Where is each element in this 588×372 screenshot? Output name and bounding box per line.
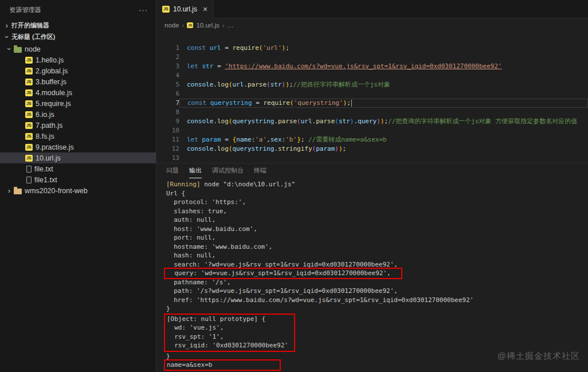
output-line: [Object: null prototype] { bbox=[167, 315, 288, 324]
code-token: = bbox=[256, 99, 263, 107]
tree-item-label: 8.fs.js bbox=[36, 132, 54, 140]
code-token: log bbox=[217, 145, 229, 152]
panel-tab-输出[interactable]: 输出 bbox=[189, 163, 202, 178]
line-content[interactable] bbox=[179, 154, 588, 163]
tree-item-label: wms2020-front-web bbox=[25, 187, 88, 195]
line-content[interactable] bbox=[179, 53, 588, 62]
line-content[interactable] bbox=[179, 108, 588, 117]
line-number: 5 bbox=[156, 80, 179, 89]
annotation-box: query: 'wd=vue.js&rsv_spt=1&rsv_iqid=0xd… bbox=[164, 268, 402, 279]
tree-item-9.practise.js[interactable]: JS9.practise.js bbox=[0, 142, 156, 152]
code-line: 6 bbox=[156, 89, 588, 99]
tree-item-7.path.js[interactable]: JS7.path.js bbox=[0, 120, 156, 131]
close-icon[interactable]: × bbox=[203, 5, 207, 14]
code-token: 'b' bbox=[285, 136, 297, 143]
code-token: ) bbox=[335, 145, 339, 152]
tree-item-2.global.js[interactable]: JS2.global.js bbox=[0, 65, 156, 76]
breadcrumb-item[interactable]: … bbox=[228, 22, 234, 29]
tree-item-wms2020-front-web[interactable]: ›wms2020-front-web bbox=[0, 185, 156, 196]
line-content[interactable]: const url = require('url'); bbox=[179, 44, 588, 53]
code-editor[interactable]: 1const url = require('url');23let str = … bbox=[156, 32, 588, 163]
more-actions-icon[interactable]: ··· bbox=[139, 6, 148, 14]
code-token: 'querystring' bbox=[293, 99, 343, 107]
tree-item-3.buffer.js[interactable]: JS3.buffer.js bbox=[0, 76, 156, 87]
code-token: stringify bbox=[278, 145, 312, 152]
output-line: hash: null, bbox=[166, 251, 588, 260]
code-token: log bbox=[217, 81, 229, 88]
line-content[interactable] bbox=[179, 89, 588, 99]
tree-item-label: file1.txt bbox=[34, 176, 57, 184]
tree-item-10.url.js[interactable]: JS10.url.js bbox=[0, 152, 156, 163]
tree-item-5.require.js[interactable]: JS5.require.js bbox=[0, 98, 156, 109]
code-token: log bbox=[217, 118, 229, 125]
tree-item-label: 9.practise.js bbox=[36, 143, 74, 151]
tree-item-label: 2.global.js bbox=[36, 67, 68, 75]
js-file-icon: JS bbox=[25, 111, 33, 118]
output-line: rsv_spt: '1', bbox=[167, 332, 288, 342]
code-line: 3let str = 'https://www.baidu.com/s?wd=v… bbox=[156, 62, 588, 71]
vscode-window: 资源管理器 ··· › 打开的编辑器 › 无标题 (工作区) ›nodeJS1.… bbox=[0, 0, 588, 372]
code-token: //把路径字符串解析成一个js对象 bbox=[293, 81, 390, 88]
output-line: port: null, bbox=[166, 233, 588, 242]
code-line: 11let param = {name:'a',sex:'b'}; //需要转成… bbox=[156, 135, 588, 144]
bottom-panel: 问题输出调试控制台终端 [Running] node "d:\node\10.u… bbox=[156, 163, 588, 372]
output-line: slashes: true, bbox=[166, 207, 588, 216]
panel-tab-问题[interactable]: 问题 bbox=[166, 163, 179, 178]
output-line: hostname: 'www.baidu.com', bbox=[166, 242, 588, 252]
code-line: 2 bbox=[156, 53, 588, 62]
explorer-sidebar: 资源管理器 ··· › 打开的编辑器 › 无标题 (工作区) ›nodeJS1.… bbox=[0, 0, 156, 372]
tree-item-label: 4.module.js bbox=[36, 89, 72, 97]
workspace-section[interactable]: › 无标题 (工作区) bbox=[0, 31, 156, 42]
line-content[interactable]: console.log(querystring.parse(url.parse(… bbox=[179, 117, 588, 126]
tree-item-file1.txt[interactable]: file1.txt bbox=[0, 174, 156, 185]
panel-tab-调试控制台[interactable]: 调试控制台 bbox=[212, 163, 244, 178]
code-token: parse bbox=[278, 118, 297, 125]
tree-item-label: 5.require.js bbox=[36, 100, 71, 108]
line-number: 7 bbox=[156, 99, 179, 108]
line-content[interactable]: let param = {name:'a',sex:'b'}; //需要转成na… bbox=[179, 135, 588, 144]
code-token: . bbox=[244, 81, 248, 88]
code-token: ; bbox=[347, 99, 351, 107]
tree-item-4.module.js[interactable]: JS4.module.js bbox=[0, 87, 156, 98]
tree-item-file.txt[interactable]: file.txt bbox=[0, 163, 156, 174]
breadcrumb-item[interactable]: 10.url.js bbox=[196, 22, 219, 29]
breadcrumb-item[interactable]: node bbox=[164, 22, 179, 29]
output-console[interactable]: [Running] node "d:\node\10.url.js"Url { … bbox=[156, 178, 588, 372]
code-token: str bbox=[339, 118, 350, 125]
js-file-icon: JS bbox=[25, 155, 33, 162]
js-file-icon: JS bbox=[25, 100, 33, 107]
line-content[interactable]: console.log(url.parse(str));//把路径字符串解析成一… bbox=[179, 80, 588, 89]
code-token: } bbox=[297, 136, 301, 143]
line-content[interactable] bbox=[179, 126, 588, 135]
folder-icon bbox=[14, 189, 22, 194]
line-content[interactable]: const querystring = require('querystring… bbox=[179, 99, 588, 108]
open-editors-section[interactable]: › 打开的编辑器 bbox=[0, 19, 156, 31]
tree-item-6.io.js[interactable]: JS6.io.js bbox=[0, 109, 156, 120]
tree-item-8.fs.js[interactable]: JS8.fs.js bbox=[0, 131, 156, 142]
code-token: querystring bbox=[232, 118, 274, 125]
code-token: 'url' bbox=[262, 44, 281, 52]
line-content[interactable]: let str = 'https://www.baidu.com/s?wd=vu… bbox=[179, 62, 588, 71]
line-content[interactable] bbox=[179, 71, 588, 80]
line-content[interactable]: console.log(querystring.stringify(param)… bbox=[179, 144, 588, 154]
code-token: querystring bbox=[210, 99, 256, 107]
tab-10-url-js[interactable]: JS 10.url.js × bbox=[156, 0, 214, 18]
code-token: const bbox=[187, 44, 210, 52]
tree-item-1.hello.js[interactable]: JS1.hello.js bbox=[0, 54, 156, 65]
code-token: ) bbox=[285, 81, 289, 88]
code-token: ( bbox=[266, 81, 271, 88]
code-token: ; bbox=[301, 136, 308, 143]
js-file-icon: JS bbox=[25, 122, 33, 129]
chevron-down-icon: › bbox=[3, 32, 11, 41]
file-tree: ›nodeJS1.hello.jsJS2.global.jsJS3.buffer… bbox=[0, 44, 156, 196]
tree-item-label: 6.io.js bbox=[36, 111, 54, 119]
code-token: parse bbox=[316, 118, 335, 125]
code-token: str bbox=[271, 81, 282, 88]
panel-tab-终端[interactable]: 终端 bbox=[254, 163, 266, 178]
code-token: require bbox=[263, 99, 289, 107]
tree-item-node[interactable]: ›node bbox=[0, 44, 156, 54]
line-number: 2 bbox=[156, 53, 179, 62]
code-token: url bbox=[232, 81, 244, 88]
chevron-right-icon: › bbox=[5, 186, 14, 195]
code-token: , bbox=[266, 136, 271, 143]
